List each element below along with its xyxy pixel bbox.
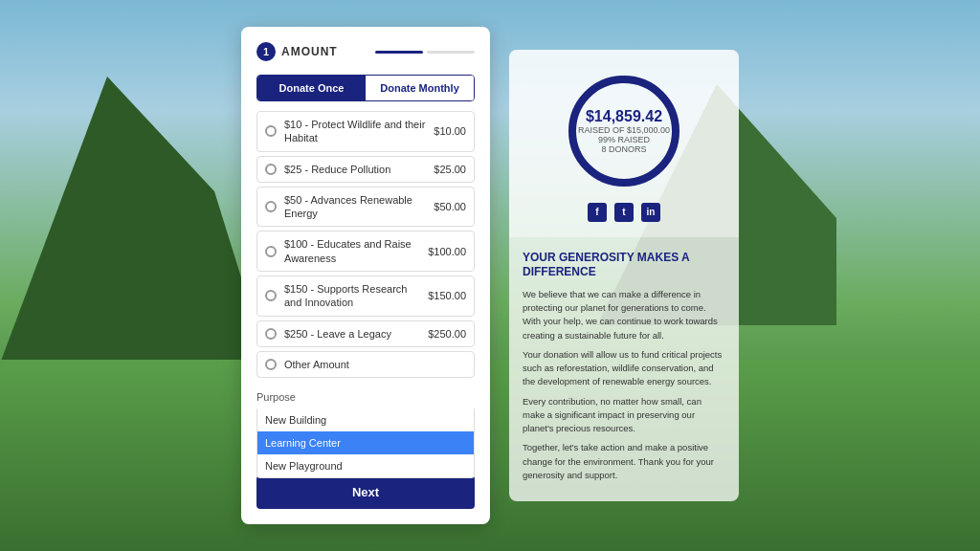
dropdown-overlay: New Building Learning Center New Playgro… [256,408,475,478]
donate-once-button[interactable]: Donate Once [257,76,366,100]
donation-option-100[interactable]: $100 - Educates and Raise Awareness $100… [256,231,475,272]
donation-option-250[interactable]: $250 - Leave a Legacy $250.00 [256,320,475,347]
option-label-25: $25 - Reduce Pollution [284,163,426,176]
radio-100 [265,246,277,257]
donate-monthly-button[interactable]: Donate Monthly [366,76,474,100]
option-label-other: Other Amount [284,358,458,371]
option-label-100: $100 - Educates and Raise Awareness [284,237,420,265]
purpose-label: Purpose [256,391,475,403]
step-indicator: 1 AMOUNT [256,42,475,61]
right-panel: $14,859.42 RAISED OF $15,000.00 99% RAIS… [509,50,739,501]
donation-options: $10 - Protect Wildlife and their Habitat… [256,111,475,378]
twitter-icon[interactable]: t [614,203,634,222]
donation-option-25[interactable]: $25 - Reduce Pollution $25.00 [256,156,475,183]
description-para-3: Every contribution, no matter how small,… [523,395,725,436]
donation-option-10[interactable]: $10 - Protect Wildlife and their Habitat… [256,111,475,152]
option-amount-10: $10.00 [434,125,466,137]
step-bar-2 [427,51,475,54]
donation-option-150[interactable]: $150 - Supports Research and Innovation … [256,276,475,317]
toggle-group: Donate Once Donate Monthly [256,75,475,101]
description-title: YOUR GENEROSITY MAKES A DIFFERENCE [523,251,725,280]
radio-10 [265,125,277,137]
dropdown-item-learning-center[interactable]: Learning Center [257,431,474,454]
description-para-4: Together, let's take action and make a p… [523,441,725,482]
radio-other [265,359,277,370]
dropdown-item-new-building[interactable]: New Building [257,408,474,431]
option-amount-50: $50.00 [434,201,466,212]
radio-25 [265,164,277,175]
option-label-50: $50 - Advances Renewable Energy [284,193,426,221]
donut-card: $14,859.42 RAISED OF $15,000.00 99% RAIS… [509,50,739,237]
facebook-icon[interactable]: f [588,203,607,222]
radio-250 [265,328,277,340]
fundraiser-amount: $14,859.42 [586,108,662,125]
content-wrapper: 1 AMOUNT Donate Once Donate Monthly $10 … [0,0,980,551]
step-label: AMOUNT [281,45,338,58]
fundraiser-raised-of: RAISED OF $15,000.00 [578,125,670,135]
option-amount-25: $25.00 [434,164,466,175]
option-label-150: $150 - Supports Research and Innovation [284,282,420,310]
dropdown-item-new-playground[interactable]: New Playground [257,454,474,477]
option-amount-150: $150.00 [428,290,466,301]
donation-option-50[interactable]: $50 - Advances Renewable Energy $50.00 [256,187,475,228]
next-button[interactable]: Next [256,475,475,509]
option-amount-250: $250.00 [428,328,466,340]
step-number: 1 [256,42,276,61]
donut-center: $14,859.42 RAISED OF $15,000.00 99% RAIS… [562,69,686,193]
step-bar-1 [375,51,423,54]
option-label-250: $250 - Leave a Legacy [284,327,420,341]
option-amount-100: $100.00 [428,246,466,257]
description-card: YOUR GENEROSITY MAKES A DIFFERENCE We be… [509,237,739,501]
donation-option-other[interactable]: Other Amount [256,351,475,378]
step-bars [375,51,475,54]
radio-50 [265,201,277,212]
fundraiser-donors: 8 DONORS [601,144,646,154]
linkedin-icon[interactable]: in [641,203,660,222]
radio-150 [265,290,277,301]
donation-form-card: 1 AMOUNT Donate Once Donate Monthly $10 … [241,27,490,524]
description-para-2: Your donation will allow us to fund crit… [523,348,725,389]
option-label-10: $10 - Protect Wildlife and their Habitat [284,118,426,145]
social-icons: f t in [588,203,660,222]
description-para-1: We believe that we can make a difference… [523,288,725,342]
donut-chart: $14,859.42 RAISED OF $15,000.00 99% RAIS… [562,69,686,193]
fundraiser-percent: 99% RAISED [598,135,650,144]
